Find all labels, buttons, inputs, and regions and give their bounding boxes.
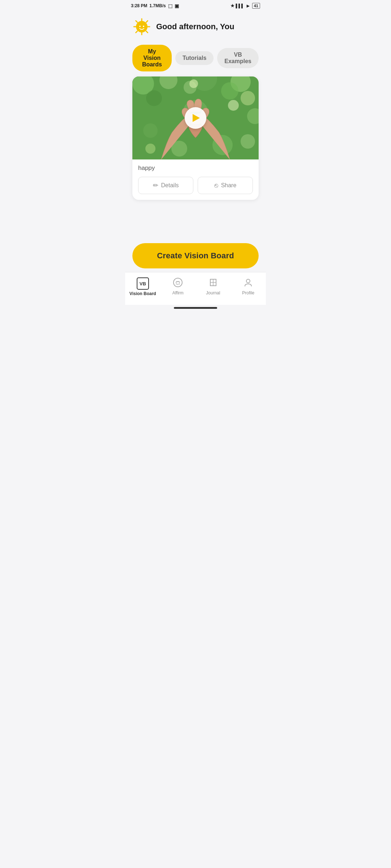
battery-icon: 41 — [252, 3, 260, 9]
vision-board-nav-icon: VB — [137, 277, 149, 290]
vision-board-title: happy — [138, 165, 253, 172]
tabs-container: My Vision Boards Tutorials VB Examples — [125, 40, 266, 76]
share-button[interactable]: ⎋ Share — [198, 177, 253, 194]
message-icon: ▣ — [175, 3, 179, 9]
nav-item-profile[interactable]: Profile — [231, 276, 266, 298]
screen-share-icon: ⬚ — [168, 3, 172, 9]
svg-point-32 — [177, 284, 179, 285]
home-indicator — [125, 305, 266, 312]
share-label: Share — [221, 182, 237, 189]
greeting-text: Good afternoon, You — [156, 22, 234, 31]
nav-item-affirm[interactable]: Affirm — [161, 276, 196, 298]
bluetooth-icon: ★ — [230, 3, 234, 8]
details-label: Details — [161, 182, 179, 189]
bottom-nav: VB Vision Board Affirm — [125, 272, 266, 305]
vision-board-actions: ✏ Details ⎋ Share — [138, 177, 253, 194]
svg-point-25 — [241, 134, 255, 149]
svg-point-0 — [136, 21, 148, 32]
svg-point-30 — [173, 278, 182, 287]
nav-item-vision-board[interactable]: VB Vision Board — [125, 276, 161, 298]
svg-point-16 — [241, 91, 255, 105]
tab-tutorials[interactable]: Tutorials — [175, 51, 214, 65]
nav-label-vision-board: Vision Board — [129, 291, 156, 296]
indicator-bar — [174, 307, 217, 309]
nav-label-profile: Profile — [242, 290, 254, 295]
svg-line-6 — [146, 31, 148, 32]
pencil-icon: ✏ — [153, 181, 158, 189]
play-icon — [193, 114, 200, 122]
main-content: happy ✏ Details ⎋ Share — [125, 76, 266, 218]
vision-board-thumbnail — [132, 76, 259, 159]
journal-nav-icon — [208, 277, 218, 289]
svg-point-17 — [146, 90, 162, 106]
tab-my-vision-boards[interactable]: My Vision Boards — [132, 45, 172, 71]
affirm-nav-icon — [173, 277, 183, 289]
svg-point-19 — [221, 82, 238, 100]
svg-line-8 — [136, 31, 137, 32]
svg-point-34 — [246, 279, 250, 283]
nav-label-journal: Journal — [206, 290, 220, 295]
vision-board-card: happy ✏ Details ⎋ Share — [132, 76, 259, 200]
nav-item-journal[interactable]: Journal — [196, 276, 231, 298]
wifi-icon: ► — [246, 3, 251, 9]
svg-point-27 — [189, 79, 198, 88]
header: Good afternoon, You — [125, 12, 266, 40]
status-bar: 3:28 PM 1.7MB/s ⬚ ▣ ★ ▌▌▌ ► 41 — [125, 0, 266, 12]
svg-point-22 — [143, 123, 158, 138]
svg-point-9 — [139, 26, 141, 27]
details-button[interactable]: ✏ Details — [138, 177, 193, 194]
svg-point-33 — [179, 284, 180, 285]
status-left: 3:28 PM 1.7MB/s ⬚ ▣ — [131, 3, 179, 9]
svg-point-28 — [228, 100, 239, 111]
speed: 1.7MB/s — [149, 3, 166, 8]
tab-vb-examples[interactable]: VB Examples — [217, 48, 259, 68]
status-right: ★ ▌▌▌ ► 41 — [230, 3, 260, 9]
nav-label-affirm: Affirm — [172, 290, 184, 295]
svg-line-5 — [136, 21, 137, 22]
profile-nav-icon — [243, 277, 253, 289]
vision-board-info: happy ✏ Details ⎋ Share — [132, 159, 259, 200]
create-vision-board-button[interactable]: Create Vision Board — [132, 243, 259, 268]
signal-icon: ▌▌▌ — [236, 4, 244, 8]
create-button-container: Create Vision Board — [125, 236, 266, 272]
svg-point-29 — [145, 144, 155, 154]
time: 3:28 PM — [131, 3, 147, 8]
share-icon: ⎋ — [214, 182, 218, 189]
svg-line-7 — [146, 21, 148, 22]
sun-icon — [132, 17, 151, 36]
svg-point-31 — [176, 284, 177, 285]
play-button[interactable] — [185, 107, 206, 129]
svg-point-10 — [143, 26, 144, 27]
